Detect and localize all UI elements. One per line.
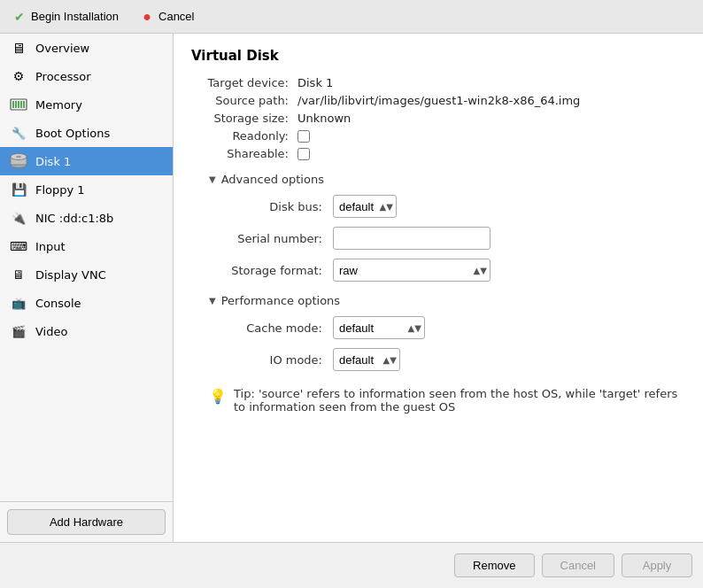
disk-bus-row: Disk bus: default ide scsi virtio xen us… [191,195,685,218]
storage-size-row: Storage size: Unknown [191,112,685,125]
remove-button[interactable]: Remove [454,553,534,577]
svg-rect-5 [23,101,25,108]
performance-options-header[interactable]: ▼ Performance options [209,294,685,307]
storage-size-label: Storage size: [191,112,297,125]
info-table: Target device: Disk 1 Source path: /var/… [191,76,685,160]
nic-icon [9,208,28,228]
add-hardware-button[interactable]: Add Hardware [7,509,166,535]
shareable-label: Shareable: [191,147,297,160]
sidebar-label-disk1: Disk 1 [35,155,71,168]
sidebar-label-video: Video [35,325,67,338]
io-mode-wrapper: default native threads ▲▼ [333,348,400,371]
sidebar-item-display-vnc[interactable]: Display VNC [0,260,173,289]
sidebar-label-processor: Processor [35,70,91,83]
storage-size-value: Unknown [297,112,351,125]
storage-format-select[interactable]: raw qcow2 vmdk vhd [333,259,491,282]
main-area: Overview Processor Memory Boot Options [0,34,703,542]
storage-format-row: Storage format: raw qcow2 vmdk vhd ▲▼ [191,259,685,282]
page-title: Virtual Disk [191,48,685,64]
performance-arrow-icon: ▼ [209,296,216,306]
readonly-checkbox[interactable] [297,130,310,143]
sidebar-item-input[interactable]: Input [0,232,173,260]
serial-number-row: Serial number: [191,227,685,250]
sidebar-item-memory[interactable]: Memory [0,90,173,119]
sidebar-footer: Add Hardware [0,501,173,542]
overview-icon [9,38,28,58]
disk-bus-select[interactable]: default ide scsi virtio xen usb sata [333,195,397,218]
io-mode-select[interactable]: default native threads [333,348,400,371]
storage-format-wrapper: raw qcow2 vmdk vhd ▲▼ [333,259,491,282]
sidebar-label-memory: Memory [35,98,82,112]
sidebar-label-input: Input [35,240,66,253]
shareable-checkbox[interactable] [297,148,310,160]
toolbar: Begin Installation Cancel [0,0,703,34]
disk-bus-label: Disk bus: [227,200,333,213]
cancel-circle-icon [140,10,154,24]
cache-mode-row: Cache mode: default none writethrough wr… [191,316,685,339]
sidebar-label-boot-options: Boot Options [35,127,110,140]
target-device-label: Target device: [191,76,297,89]
input-icon [9,236,28,256]
console-icon [9,293,28,313]
tip-text: Tip: 'source' refers to information seen… [234,387,685,414]
cancel-toolbar-button[interactable]: Cancel [136,8,197,26]
target-device-value: Disk 1 [297,76,333,89]
svg-rect-3 [18,101,19,108]
advanced-arrow-icon: ▼ [209,174,216,184]
sidebar-item-boot-options[interactable]: Boot Options [0,119,173,147]
boot-icon [9,123,28,143]
advanced-options-header[interactable]: ▼ Advanced options [209,173,685,186]
sidebar-item-nic[interactable]: NIC :dd:c1:8b [0,204,173,232]
begin-installation-label: Begin Installation [31,10,119,23]
cancel-button[interactable]: Cancel [542,553,614,577]
cancel-toolbar-label: Cancel [158,10,194,23]
sidebar-label-floppy1: Floppy 1 [35,183,85,197]
tip-icon: 💡 [209,388,227,405]
source-path-value: /var/lib/libvirt/images/guest1-win2k8-x8… [297,94,580,107]
sidebar-label-nic: NIC :dd:c1:8b [35,212,113,225]
serial-number-input[interactable] [333,227,491,250]
svg-rect-1 [12,101,14,108]
sidebar-item-processor[interactable]: Processor [0,62,173,90]
sidebar-item-video[interactable]: Video [0,317,173,345]
svg-rect-2 [15,101,17,108]
sidebar-item-console[interactable]: Console [0,289,173,317]
begin-installation-button[interactable]: Begin Installation [9,8,122,26]
serial-number-label: Serial number: [227,232,333,245]
sidebar-label-overview: Overview [35,42,89,55]
advanced-options-label: Advanced options [221,173,324,186]
source-path-row: Source path: /var/lib/libvirt/images/gue… [191,94,685,107]
readonly-label: Readonly: [191,129,297,143]
shareable-row: Shareable: [191,147,685,160]
cache-mode-label: Cache mode: [227,321,333,335]
processor-icon [9,66,28,86]
svg-rect-4 [20,101,22,108]
tip-row: 💡 Tip: 'source' refers to information se… [191,387,685,414]
cache-mode-select[interactable]: default none writethrough writeback dire… [333,316,425,339]
sidebar-label-display-vnc: Display VNC [35,268,106,282]
sidebar-item-floppy1[interactable]: Floppy 1 [0,175,173,204]
video-icon [9,321,28,341]
disk-icon [9,151,28,171]
source-path-label: Source path: [191,94,297,107]
readonly-row: Readonly: [191,129,685,143]
floppy-icon [9,180,28,199]
storage-format-label: Storage format: [227,264,333,277]
apply-button[interactable]: Apply [622,553,692,577]
io-mode-row: IO mode: default native threads ▲▼ [191,348,685,371]
memory-icon [9,95,28,114]
disk-bus-wrapper: default ide scsi virtio xen usb sata ▲▼ [333,195,397,218]
sidebar-label-console: Console [35,297,81,310]
target-device-row: Target device: Disk 1 [191,76,685,89]
svg-point-9 [16,156,21,158]
io-mode-label: IO mode: [227,353,333,367]
sidebar-item-disk1[interactable]: Disk 1 [0,147,173,175]
content-area: Virtual Disk Target device: Disk 1 Sourc… [174,34,703,542]
vnc-icon [9,265,28,284]
performance-options-label: Performance options [221,294,340,307]
sidebar-item-overview[interactable]: Overview [0,34,173,62]
bottom-bar: Remove Cancel Apply [0,542,703,588]
sidebar: Overview Processor Memory Boot Options [0,34,174,542]
check-icon [12,10,27,24]
cache-mode-wrapper: default none writethrough writeback dire… [333,316,425,339]
